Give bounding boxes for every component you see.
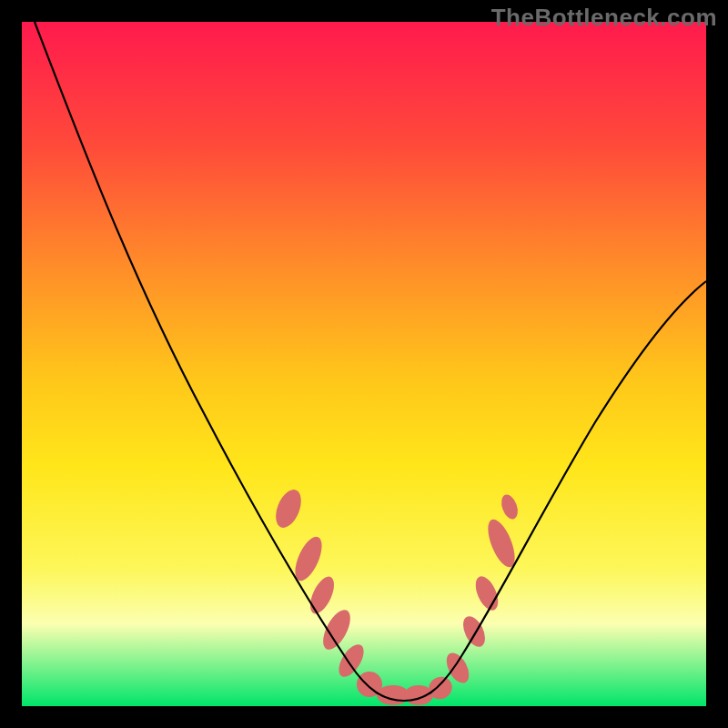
- highlight-blob: [318, 606, 356, 654]
- chart-svg: [22, 22, 706, 706]
- highlight-blob: [404, 685, 433, 705]
- highlight-blob: [499, 492, 521, 521]
- highlight-blob: [306, 573, 339, 617]
- watermark-text: TheBottleneck.com: [491, 4, 717, 32]
- highlight-blobs: [271, 486, 521, 705]
- highlight-blob: [271, 486, 307, 531]
- chart-plot-area: [22, 22, 706, 706]
- bottleneck-curve: [35, 22, 706, 701]
